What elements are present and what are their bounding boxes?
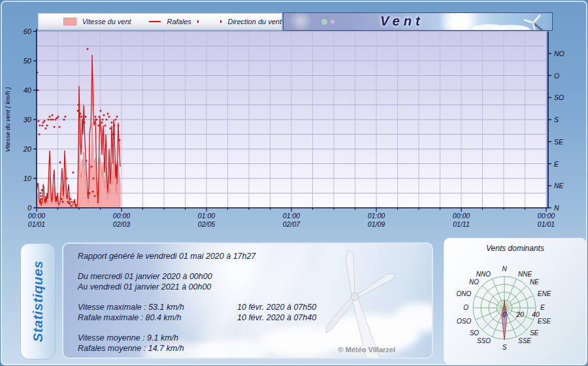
svg-text:NO: NO xyxy=(469,278,479,286)
svg-text:SO: SO xyxy=(554,93,564,101)
svg-text:02/03: 02/03 xyxy=(113,220,130,228)
svg-text:10: 10 xyxy=(24,175,32,182)
report-generated-line: Rapport généré le vendredi 01 mai 2020 à… xyxy=(78,251,316,261)
statistics-tab-label: Statistiques xyxy=(30,260,46,342)
svg-text:02/07: 02/07 xyxy=(283,220,301,228)
svg-text:00:00: 00:00 xyxy=(113,212,130,220)
max-gust-row: Rafale maximale : 80.4 km/h 10 févr. 202… xyxy=(78,312,316,323)
copyright-watermark: © Météo Villarzel xyxy=(338,346,395,354)
mean-gust-line: Rafales moyenne : 14.7 km/h xyxy=(78,343,316,354)
svg-text:SO: SO xyxy=(470,329,480,337)
max-gust-date: 10 févr. 2020 à 07h40 xyxy=(237,312,316,323)
svg-text:OSO: OSO xyxy=(457,318,471,325)
wind-rose-title: Vents dominants xyxy=(444,244,586,253)
svg-text:N: N xyxy=(554,204,559,212)
svg-text:SE: SE xyxy=(554,138,564,146)
wind-rose-panel: Vents dominants NNNENEENEEESESESSESSSOSO… xyxy=(444,238,587,365)
svg-text:01:00: 01:00 xyxy=(368,212,385,220)
svg-text:60: 60 xyxy=(24,27,32,35)
svg-text:01/11: 01/11 xyxy=(453,220,470,228)
max-speed-row: Vitesse maximale : 53.1 km/h 10 févr. 20… xyxy=(78,302,316,312)
svg-text:S: S xyxy=(502,344,507,351)
svg-text:O: O xyxy=(463,304,468,311)
max-speed-date: 10 févr. 2020 à 07h50 xyxy=(237,302,316,312)
svg-text:00:00: 00:00 xyxy=(453,212,470,220)
svg-text:SSE: SSE xyxy=(518,337,531,344)
svg-text:01:00: 01:00 xyxy=(283,212,300,220)
statistics-text: Rapport généré le vendredi 01 mai 2020 à… xyxy=(78,251,316,354)
wind-chart: 0102030405060Vitesse du vent ( km/h )00:… xyxy=(1,1,588,237)
svg-text:20: 20 xyxy=(515,310,524,318)
svg-text:30: 30 xyxy=(24,116,32,124)
svg-text:SSO: SSO xyxy=(477,337,491,344)
svg-text:ENE: ENE xyxy=(538,290,551,297)
svg-text:00:00: 00:00 xyxy=(538,212,555,220)
max-speed-value: Vitesse maximale : 53.1 km/h xyxy=(78,302,237,312)
app-window: Vitesse du vent Rafales Direction du ven… xyxy=(1,1,587,365)
svg-text:NO: NO xyxy=(554,50,564,58)
svg-text:NNO: NNO xyxy=(476,271,491,278)
svg-text:NE: NE xyxy=(530,278,539,286)
svg-text:01/09: 01/09 xyxy=(368,220,385,228)
svg-text:N: N xyxy=(502,265,507,273)
svg-text:NE: NE xyxy=(554,182,564,190)
mean-speed-line: Vitesse moyenne : 9.1 km/h xyxy=(78,333,316,343)
period-to-line: Au vendredi 01 janvier 2021 à 00h00 xyxy=(78,282,316,292)
svg-text:01:00: 01:00 xyxy=(198,212,215,220)
svg-text:40: 40 xyxy=(532,310,540,318)
svg-text:40: 40 xyxy=(24,86,32,94)
svg-text:ESE: ESE xyxy=(538,318,551,325)
svg-text:00:00: 00:00 xyxy=(28,212,45,220)
svg-text:S: S xyxy=(554,116,559,124)
svg-text:20: 20 xyxy=(23,145,32,153)
svg-text:02/05: 02/05 xyxy=(198,220,215,228)
svg-text:O: O xyxy=(554,72,559,80)
svg-text:01/01: 01/01 xyxy=(538,220,555,228)
svg-text:0: 0 xyxy=(502,310,506,318)
statistics-tab: Statistiques xyxy=(20,243,56,359)
svg-text:Vitesse du vent ( km/h ): Vitesse du vent ( km/h ) xyxy=(4,87,11,152)
svg-text:E: E xyxy=(540,304,545,311)
svg-text:ONO: ONO xyxy=(456,290,471,297)
statistics-panel: Rapport généré le vendredi 01 mai 2020 à… xyxy=(62,242,433,359)
svg-text:SE: SE xyxy=(530,329,539,337)
svg-text:E: E xyxy=(554,160,559,168)
svg-text:0: 0 xyxy=(27,204,32,212)
svg-text:NNE: NNE xyxy=(518,271,532,278)
svg-text:50: 50 xyxy=(24,57,32,65)
max-gust-value: Rafale maximale : 80.4 km/h xyxy=(78,312,237,323)
svg-text:01/01: 01/01 xyxy=(28,220,45,228)
period-from-line: Du mercredi 01 janvier 2020 à 00h00 xyxy=(78,271,316,282)
wind-rose-chart: NNNENEENEEESESESSESSSOSOOSOOONONONNO0204… xyxy=(444,253,587,364)
